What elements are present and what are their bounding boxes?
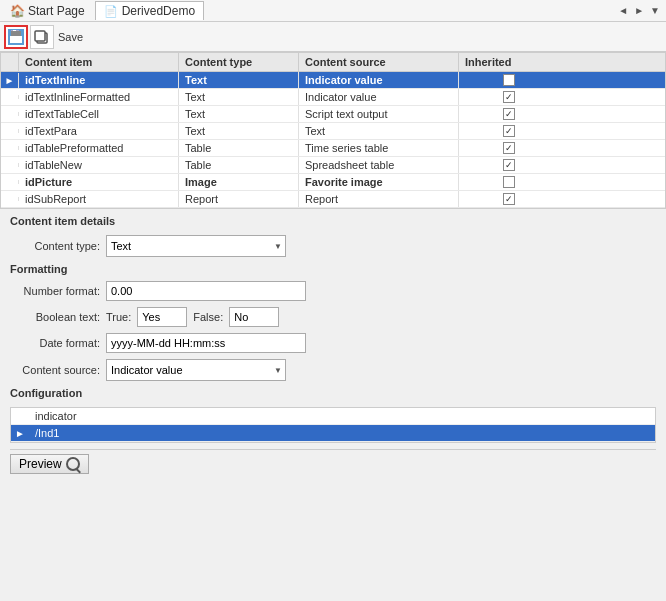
- checkbox: [503, 193, 515, 205]
- content-table: Content item Content type Content source…: [0, 52, 666, 209]
- svg-rect-6: [35, 31, 45, 41]
- config-row-value: /Ind1: [29, 425, 655, 441]
- row-inherited: [459, 157, 559, 173]
- row-type: Text: [179, 106, 299, 122]
- svg-rect-4: [12, 38, 20, 42]
- start-tab-label: Start Page: [28, 4, 85, 18]
- row-arrow: [1, 180, 19, 184]
- preview-button[interactable]: Preview: [10, 454, 89, 474]
- content-source-select[interactable]: Indicator value Script text output Text …: [106, 359, 286, 381]
- row-inherited: [459, 106, 559, 122]
- checkbox: [503, 125, 515, 137]
- row-name: idSubReport: [19, 191, 179, 207]
- derived-demo-tab[interactable]: 📄 DerivedDemo: [95, 1, 204, 20]
- th-content-source: Content source: [299, 53, 459, 71]
- svg-rect-2: [13, 30, 16, 34]
- th-content-item: Content item: [19, 53, 179, 71]
- save-button[interactable]: [4, 25, 28, 49]
- config-table: indicator ► /Ind1: [10, 407, 656, 443]
- false-value-input[interactable]: [229, 307, 279, 327]
- row-source: Time series table: [299, 140, 459, 156]
- number-format-input[interactable]: [106, 281, 306, 301]
- document-icon: 📄: [104, 5, 118, 18]
- table-row[interactable]: idSubReport Report Report: [1, 191, 665, 208]
- row-arrow: [1, 163, 19, 167]
- nav-right-icon[interactable]: ►: [632, 5, 646, 16]
- secondary-toolbar-button[interactable]: [30, 25, 54, 49]
- table-row[interactable]: idPicture Image Favorite image: [1, 174, 665, 191]
- table-row[interactable]: idTextTableCell Text Script text output: [1, 106, 665, 123]
- nav-down-icon[interactable]: ▼: [648, 5, 662, 16]
- row-arrow: [1, 112, 19, 116]
- content-type-label: Content type:: [10, 240, 100, 252]
- start-page-tab[interactable]: 🏠 Start Page: [4, 2, 91, 20]
- row-name: idTableNew: [19, 157, 179, 173]
- config-row-value: indicator: [29, 408, 655, 424]
- configuration-section: Configuration indicator ► /Ind1: [10, 387, 656, 443]
- home-icon: 🏠: [10, 4, 25, 18]
- date-format-input[interactable]: [106, 333, 306, 353]
- svg-rect-3: [10, 37, 22, 43]
- row-name: idTextInline: [19, 72, 179, 88]
- true-value-input[interactable]: [137, 307, 187, 327]
- number-format-label: Number format:: [10, 285, 100, 297]
- formatting-section: Formatting Number format: Boolean text: …: [10, 263, 656, 353]
- config-row[interactable]: ► /Ind1: [11, 425, 655, 442]
- content-source-label: Content source:: [10, 364, 100, 376]
- row-inherited: [459, 174, 559, 190]
- row-arrow: ►: [1, 73, 19, 88]
- row-inherited: [459, 72, 559, 88]
- table-row[interactable]: idTextInlineFormatted Text Indicator val…: [1, 89, 665, 106]
- svg-rect-0: [9, 30, 23, 44]
- row-type: Table: [179, 157, 299, 173]
- details-section-title: Content item details: [10, 215, 656, 229]
- table-row[interactable]: idTextPara Text Text: [1, 123, 665, 140]
- preview-bar: Preview: [10, 449, 656, 478]
- main-area: Content item Content type Content source…: [0, 52, 666, 601]
- checkbox: [503, 142, 515, 154]
- row-source: Indicator value: [299, 72, 459, 88]
- row-type: Text: [179, 89, 299, 105]
- row-source: Report: [299, 191, 459, 207]
- nav-left-icon[interactable]: ◄: [616, 5, 630, 16]
- content-source-select-wrapper: Indicator value Script text output Text …: [106, 359, 286, 381]
- config-row-arrow: [11, 414, 29, 418]
- details-area: Content item details Content type: Text …: [0, 209, 666, 601]
- table-header: Content item Content type Content source…: [1, 53, 665, 72]
- row-name: idTextTableCell: [19, 106, 179, 122]
- row-name: idTextPara: [19, 123, 179, 139]
- row-inherited: [459, 140, 559, 156]
- checkbox: [503, 91, 515, 103]
- table-row[interactable]: idTablePreformatted Table Time series ta…: [1, 140, 665, 157]
- checkbox: [503, 159, 515, 171]
- row-type: Report: [179, 191, 299, 207]
- th-inherited: Inherited: [459, 53, 559, 71]
- row-arrow: [1, 129, 19, 133]
- checkbox: [503, 176, 515, 188]
- configuration-title: Configuration: [10, 387, 656, 401]
- row-inherited: [459, 191, 559, 207]
- row-source: Script text output: [299, 106, 459, 122]
- date-format-label: Date format:: [10, 337, 100, 349]
- title-bar: 🏠 Start Page 📄 DerivedDemo ◄ ► ▼: [0, 0, 666, 22]
- number-format-row: Number format:: [10, 281, 656, 301]
- row-source: Favorite image: [299, 174, 459, 190]
- content-type-select-wrapper: Text Image Table Report: [106, 235, 286, 257]
- date-format-row: Date format:: [10, 333, 656, 353]
- row-name: idTextInlineFormatted: [19, 89, 179, 105]
- checkbox: [503, 108, 515, 120]
- row-name: idTablePreformatted: [19, 140, 179, 156]
- toolbar: Save: [0, 22, 666, 52]
- row-type: Image: [179, 174, 299, 190]
- derived-tab-label: DerivedDemo: [122, 4, 195, 18]
- row-type: Text: [179, 72, 299, 88]
- formatting-title: Formatting: [10, 263, 656, 275]
- config-row[interactable]: indicator: [11, 408, 655, 425]
- content-type-select[interactable]: Text Image Table Report: [106, 235, 286, 257]
- table-row[interactable]: idTableNew Table Spreadsheet table: [1, 157, 665, 174]
- content-source-row: Content source: Indicator value Script t…: [10, 359, 656, 381]
- row-type: Text: [179, 123, 299, 139]
- th-content-type: Content type: [179, 53, 299, 71]
- boolean-text-label: Boolean text:: [10, 311, 100, 323]
- table-row[interactable]: ► idTextInline Text Indicator value: [1, 72, 665, 89]
